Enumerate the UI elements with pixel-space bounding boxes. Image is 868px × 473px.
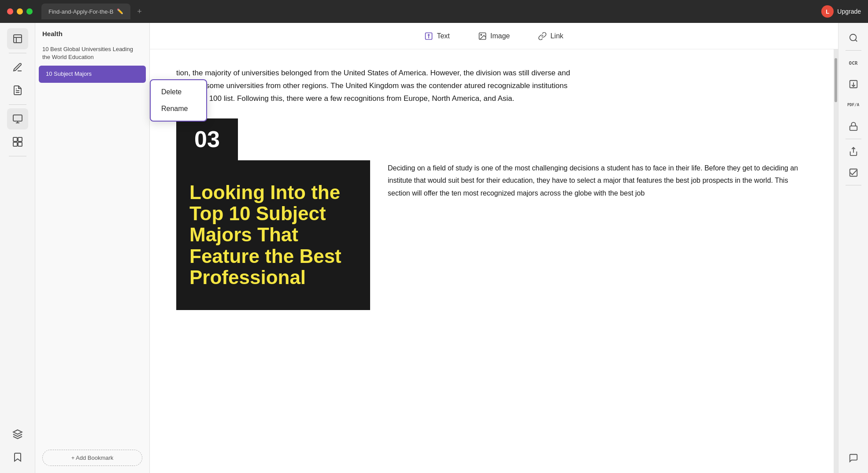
sidebar-icon-highlight[interactable] [7, 57, 28, 78]
context-menu-delete[interactable]: Delete [151, 84, 206, 100]
main-area: Health 10 Best Global Universities Leadi… [0, 23, 868, 473]
extract-icon[interactable] [844, 74, 863, 94]
current-tab[interactable]: Find-and-Apply-For-the-B ✏️ [41, 4, 130, 19]
scrollbar-thumb[interactable] [835, 58, 837, 102]
search-icon[interactable] [844, 28, 863, 48]
section-number: 03 [194, 126, 220, 152]
content-area: Text Image Link tion, the majority of un… [150, 23, 838, 473]
bookmark-item-1[interactable]: 10 Subject Majors [39, 66, 146, 82]
bookmarks-header: Health [35, 23, 149, 41]
tab-title: Find-and-Apply-For-the-B [48, 8, 113, 15]
paragraph-1: tion, the majority of universities belon… [176, 67, 573, 105]
pdfa-label: PDF/A [847, 103, 859, 107]
svg-rect-11 [18, 142, 22, 146]
svg-rect-8 [13, 137, 17, 141]
check-icon[interactable] [844, 163, 863, 182]
section-number-box: 03 [176, 118, 238, 160]
svg-marker-12 [13, 430, 22, 434]
upgrade-label: Upgrade [837, 8, 861, 15]
add-bookmark-button[interactable]: + Add Bookmark [42, 450, 142, 466]
ocr-icon[interactable]: OCR [844, 53, 863, 73]
context-menu: Delete Rename [150, 79, 207, 122]
left-sidebar [0, 23, 35, 473]
sidebar-icon-notes[interactable] [7, 80, 28, 101]
svg-rect-0 [14, 35, 22, 43]
top-toolbar: Text Image Link [150, 23, 838, 49]
maximize-button[interactable] [26, 8, 33, 15]
toolbar-image-button[interactable]: Image [473, 28, 515, 44]
toolbar-text-label: Text [437, 32, 449, 40]
close-button[interactable] [7, 8, 13, 15]
svg-line-19 [855, 40, 857, 41]
svg-rect-5 [13, 115, 22, 121]
bookmark-item-0[interactable]: 10 Best Global Universities Leading the … [35, 41, 149, 66]
divider-3 [9, 156, 26, 156]
scrollbar-track[interactable] [834, 49, 838, 473]
minimize-button[interactable] [17, 8, 23, 15]
toolbar-text-button[interactable]: Text [419, 28, 455, 44]
edit-icon: ✏️ [117, 8, 123, 15]
bookmarks-panel: Health 10 Best Global Universities Leadi… [35, 23, 150, 473]
toolbar-link-button[interactable]: Link [533, 28, 568, 44]
tab-bar: Find-and-Apply-For-the-B ✏️ + [41, 4, 146, 19]
lock-icon[interactable] [844, 117, 863, 136]
right-divider-2 [846, 139, 861, 139]
divider-1 [9, 53, 26, 53]
right-sidebar: OCR PDF/A [838, 23, 868, 473]
document-content: tion, the majority of universities belon… [150, 49, 834, 473]
svg-rect-9 [18, 137, 22, 141]
right-divider-1 [846, 50, 861, 51]
svg-rect-10 [13, 142, 17, 146]
toolbar-image-label: Image [490, 32, 510, 40]
section-image: Looking Into the Top 10 Subject Majors T… [176, 160, 370, 310]
traffic-lights [7, 8, 33, 15]
toolbar-link-label: Link [550, 32, 563, 40]
share-icon[interactable] [844, 142, 863, 161]
toolbar-text-wrap: Text [419, 28, 455, 44]
svg-point-17 [481, 34, 482, 35]
right-divider-3 [846, 185, 861, 185]
chat-icon[interactable] [844, 448, 863, 468]
divider-2 [9, 104, 26, 105]
context-menu-rename[interactable]: Rename [151, 100, 206, 117]
new-tab-button[interactable]: + [132, 4, 146, 18]
svg-rect-21 [849, 126, 857, 130]
pdfa-icon[interactable]: PDF/A [844, 96, 863, 115]
section-description: Deciding on a field of study is one of t… [388, 160, 807, 200]
sidebar-icon-layers[interactable] [7, 424, 28, 445]
ocr-label: OCR [849, 60, 858, 66]
sidebar-icon-bookmark[interactable] [7, 447, 28, 468]
avatar: L [821, 5, 834, 18]
section-image-text: Looking Into the Top 10 Subject Majors T… [189, 182, 357, 288]
sidebar-icon-active[interactable] [7, 108, 28, 129]
sidebar-icon-pages[interactable] [7, 131, 28, 152]
section-content: Looking Into the Top 10 Subject Majors T… [176, 160, 807, 310]
upgrade-button[interactable]: L Upgrade [821, 5, 861, 18]
sidebar-icon-bookmarks[interactable] [7, 28, 28, 49]
svg-point-18 [849, 34, 856, 41]
titlebar: Find-and-Apply-For-the-B ✏️ + L Upgrade [0, 0, 868, 23]
svg-rect-23 [849, 169, 857, 177]
